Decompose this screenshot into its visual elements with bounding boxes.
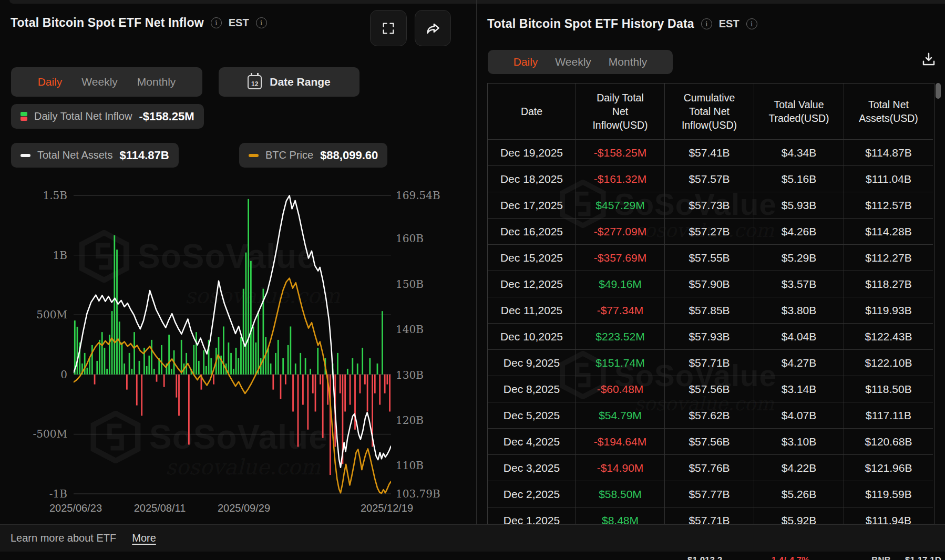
net-assets-cell: $120.68B [844,429,933,455]
table-row: Dec 10,2025$223.52M$57.93B$4.04B$122.43B [488,324,934,350]
daily-inflow-cell: -$277.09M [576,219,665,245]
tab-weekly[interactable]: Weekly [81,76,117,88]
date-cell: Dec 17,2025 [488,192,576,219]
net-assets-cell: $111.04B [844,166,933,192]
share-button[interactable] [415,10,451,46]
legend-label: BTC Price [265,149,313,161]
value-traded-cell: $4.22B [754,455,844,481]
tab-monthly[interactable]: Monthly [137,76,176,88]
cumulative-inflow-cell: $57.73B [665,192,754,219]
table-header-cell: Total Net Assets(USD) [844,84,933,140]
etf-net-inflow-chart[interactable] [74,179,391,507]
net-assets-cell: $121.96B [844,455,933,481]
value-traded-cell: $4.07B [754,402,844,429]
daily-inflow-cell: -$158.25M [576,140,665,166]
axis-tick-label: 130B [396,369,424,381]
timezone-label: EST [719,18,739,30]
info-icon[interactable]: i [746,18,757,29]
legend-btc-price: BTC Price $88,099.60 [239,143,387,168]
cumulative-inflow-cell: $57.85B [665,297,754,324]
cumulative-inflow-cell: $57.56B [665,376,754,402]
net-assets-cell: $111.94B [844,507,933,524]
date-cell: Dec 16,2025 [488,219,576,245]
daily-inflow-cell: -$14.90M [576,455,665,481]
net-inflow-panel: SoSoValue sosovalue.com SoSoValue sosova… [0,0,476,526]
cumulative-inflow-cell: $57.27B [665,219,754,245]
info-icon[interactable]: i [701,18,712,29]
table-row: Dec 5,2025$54.79M$57.62B$4.07B$117.11B [488,402,934,429]
orange-dash-icon [249,154,259,157]
footer-text: Learn more about ETF [11,532,116,544]
value-traded-cell: $5.26B [754,481,844,507]
value-traded-cell: $5.16B [754,166,844,192]
table-body: Dec 19,2025-$158.25M$57.41B$4.34B$114.87… [488,140,934,524]
net-assets-cell: $114.28B [844,219,933,245]
net-assets-cell: $122.10B [844,350,933,376]
download-icon [921,51,937,67]
axis-tick-label: 103.79B [396,488,440,500]
daily-inflow-cell: $58.50M [576,481,665,507]
net-assets-cell: $117.11B [844,402,933,429]
value-traded-cell: $4.27B [754,350,844,376]
axis-tick-label: 2025/06/23 [49,502,102,514]
info-icon[interactable]: i [211,17,222,28]
tab-monthly[interactable]: Monthly [609,56,648,68]
table-row: Dec 17,2025$457.29M$57.73B$5.93B$112.57B [488,192,934,219]
panel-divider [476,0,477,524]
daily-inflow-cell: -$60.48M [576,376,665,402]
info-icon[interactable]: i [256,17,267,28]
daily-inflow-cell: $223.52M [576,324,665,350]
ticker-fragment: -1.4/-4.7% [768,555,809,560]
footer-bar: Learn more about ETF More [0,524,945,552]
daily-inflow-cell: $54.79M [576,402,665,429]
axis-tick-label: 160B [396,232,424,245]
value-traded-cell: $3.10B [754,429,844,455]
date-cell: Dec 8,2025 [488,376,576,402]
axis-tick-label: 140B [396,323,424,336]
cumulative-inflow-cell: $57.41B [665,140,754,166]
cumulative-inflow-cell: $57.57B [665,166,754,192]
table-scrollbar[interactable] [936,83,941,99]
table-header-cell: Date [488,84,576,140]
cumulative-inflow-cell: $57.76B [665,455,754,481]
download-button[interactable] [920,50,938,68]
clipped-price-ticker: $1,013.2-1.4/-4.7%BNB$1.17 1D [0,552,945,560]
net-assets-cell: $118.27B [844,271,933,297]
value-traded-cell: $4.34B [754,140,844,166]
date-cell: Dec 1,2025 [488,507,576,524]
table-row: Dec 8,2025-$60.48M$57.56B$3.14B$118.50B [488,376,934,402]
table-row: Dec 16,2025-$277.09M$57.27B$4.26B$114.28… [488,219,934,245]
daily-inflow-cell: -$357.69M [576,245,665,271]
daily-inflow-cell: -$161.32M [576,166,665,192]
history-data-table: DateDaily Total Net Inflow(USD)Cumulativ… [487,83,934,524]
axis-tick-label: 120B [396,414,424,427]
timezone-label: EST [229,17,249,29]
axis-tick-label: 169.54B [396,189,440,202]
axis-tick-label: 2025/12/19 [361,502,413,514]
date-cell: Dec 9,2025 [488,350,576,376]
chart-title-row: Total Bitcoin Spot ETF Net Inflow i EST … [11,16,267,30]
date-range-label: Date Range [270,76,331,88]
footer-more-link[interactable]: More [132,532,156,544]
table-header-cell: Total Value Traded(USD) [754,84,844,140]
net-assets-cell: $118.50B [844,376,933,402]
table-row: Dec 4,2025-$194.64M$57.56B$3.10B$120.68B [488,429,934,455]
table-row: Dec 1,2025$8.48M$57.71B$5.92B$111.94B [488,507,934,524]
axis-tick-label: 2025/09/29 [218,502,270,514]
legend-daily-net-inflow: Daily Total Net Inflow -$158.25M [11,104,204,129]
cumulative-inflow-cell: $57.93B [665,324,754,350]
period-tabs: Daily Weekly Monthly [488,50,673,74]
net-assets-cell: $119.93B [844,297,933,324]
fullscreen-button[interactable] [370,10,407,46]
axis-tick-label: 500M [0,308,67,321]
legend-label: Daily Total Net Inflow [34,110,132,122]
date-cell: Dec 5,2025 [488,402,576,429]
tab-daily[interactable]: Daily [513,56,538,68]
tab-weekly[interactable]: Weekly [555,56,591,68]
ticker-fragment: $1.17 1D [905,555,941,560]
date-range-button[interactable]: 12 Date Range [219,67,359,97]
cumulative-inflow-cell: $57.62B [665,402,754,429]
table-row: Dec 3,2025-$14.90M$57.76B$4.22B$121.96B [488,455,934,481]
date-cell: Dec 19,2025 [488,140,576,166]
tab-daily[interactable]: Daily [38,76,63,88]
